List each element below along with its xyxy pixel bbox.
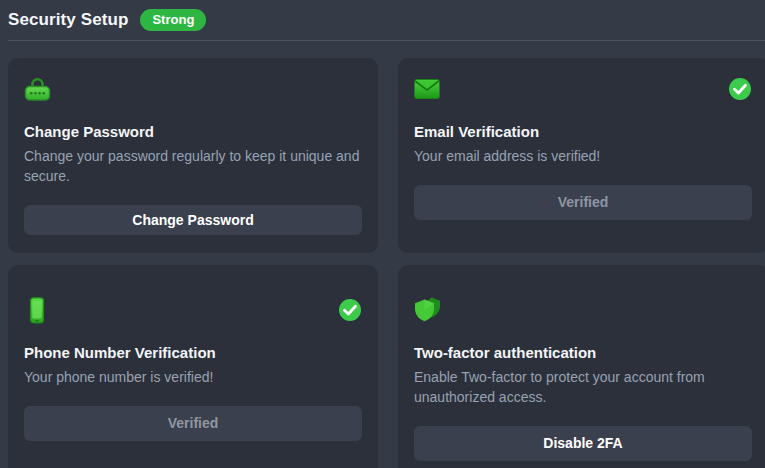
card-two-factor: Two-factor authentication Enable Two-fac…: [398, 265, 765, 468]
page-header: Security Setup Strong: [8, 0, 765, 41]
card-title: Phone Number Verification: [24, 344, 216, 361]
card-change-password: Change Password Change your password reg…: [8, 58, 378, 253]
security-cards-grid: Change Password Change your password reg…: [8, 58, 765, 468]
page-title: Security Setup: [8, 10, 128, 30]
email-verified-button: Verified: [414, 185, 752, 220]
card-description: Enable Two-factor to protect your accoun…: [414, 368, 752, 408]
disable-2fa-button[interactable]: Disable 2FA: [414, 426, 752, 461]
card-description: Your phone number is verified!: [24, 368, 213, 388]
card-icon-row: [24, 76, 362, 102]
lock-icon: [24, 76, 51, 102]
security-strength-badge: Strong: [140, 9, 206, 31]
change-password-button[interactable]: Change Password: [24, 205, 362, 235]
envelope-icon: [414, 77, 440, 101]
card-title: Change Password: [24, 123, 154, 140]
card-title: Email Verification: [414, 123, 539, 140]
shield-icon: [414, 297, 442, 323]
smartphone-icon: [24, 297, 50, 324]
card-phone-verification: Phone Number Verification Your phone num…: [8, 265, 378, 468]
security-setup-page: Security Setup Strong: [0, 0, 765, 468]
card-icon-row: [414, 297, 752, 323]
phone-verified-button: Verified: [24, 406, 362, 441]
card-description: Your email address is verified!: [414, 147, 600, 167]
card-email-verification: Email Verification Your email address is…: [398, 58, 765, 253]
card-description: Change your password regularly to keep i…: [24, 147, 362, 187]
card-icon-row: [414, 76, 752, 102]
check-circle-icon: [728, 77, 752, 101]
card-title: Two-factor authentication: [414, 344, 596, 361]
check-circle-icon: [338, 298, 362, 322]
card-icon-row: [24, 297, 362, 323]
